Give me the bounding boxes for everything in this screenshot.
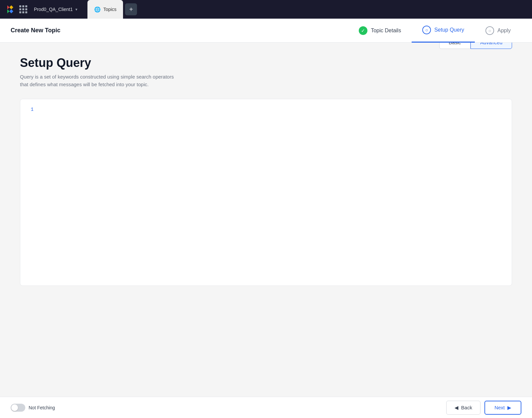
workspace-name: Prod0_QA_Client1: [34, 7, 73, 12]
line-number-1: 1: [27, 106, 34, 113]
query-type-toggle: Basic Advanced: [439, 43, 512, 49]
chevron-down-icon: ▼: [75, 8, 78, 11]
query-input[interactable]: [39, 106, 505, 279]
app-logo: [4, 3, 16, 15]
toggle-label: Not Fetching: [29, 405, 55, 410]
step-setup-query-icon: ○: [422, 26, 431, 34]
next-button[interactable]: Next ▶: [484, 401, 521, 415]
footer-buttons: ◀ Back Next ▶: [446, 401, 521, 415]
back-button-label: Back: [461, 405, 472, 410]
step-setup-query-label: Setup Query: [434, 27, 464, 33]
section-desc: Query is a set of keywords constructed u…: [20, 73, 512, 88]
advanced-mode-button[interactable]: Advanced: [470, 43, 512, 49]
globe-icon: 🌐: [94, 6, 101, 13]
apps-grid-icon[interactable]: [19, 5, 27, 13]
topics-tab[interactable]: 🌐 Topics: [87, 0, 123, 19]
main-content: Basic Advanced Setup Query Query is a se…: [0, 43, 532, 397]
add-tab-button[interactable]: +: [125, 3, 137, 15]
step-setup-query[interactable]: ○ Setup Query: [412, 19, 475, 43]
query-editor[interactable]: 1: [20, 99, 512, 286]
plus-icon: +: [129, 6, 133, 13]
topbar: Prod0_QA_Client1 ▼ 🌐 Topics +: [0, 0, 532, 19]
section-desc-line2: that defines what messages will be fetch…: [20, 82, 149, 87]
header-bar: Create New Topic ✓ Topic Details ○ Setup…: [0, 19, 532, 43]
step-apply-label: Apply: [497, 28, 511, 34]
step-topic-details-icon: ✓: [359, 26, 367, 35]
next-arrow-icon: ▶: [507, 405, 511, 411]
step-topic-details[interactable]: ✓ Topic Details: [348, 19, 412, 43]
section-title: Setup Query: [20, 56, 512, 70]
tab-area: 🌐 Topics +: [87, 0, 528, 19]
toggle-area: Not Fetching: [11, 404, 55, 412]
section-header: Setup Query Query is a set of keywords c…: [20, 56, 512, 88]
back-button[interactable]: ◀ Back: [446, 401, 480, 415]
workspace-selector[interactable]: Prod0_QA_Client1 ▼: [31, 5, 81, 14]
tab-label: Topics: [103, 7, 117, 12]
back-arrow-icon: ◀: [455, 405, 459, 411]
step-topic-details-label: Topic Details: [371, 28, 401, 34]
page-title: Create New Topic: [11, 27, 61, 34]
step-apply-icon: ○: [485, 26, 494, 35]
basic-mode-button[interactable]: Basic: [439, 43, 471, 49]
next-button-label: Next: [494, 405, 505, 410]
fetching-toggle[interactable]: [11, 404, 25, 412]
section-desc-line1: Query is a set of keywords constructed u…: [20, 74, 174, 80]
wizard-steps: ✓ Topic Details ○ Setup Query ○ Apply: [348, 19, 521, 43]
footer-bar: Not Fetching ◀ Back Next ▶: [0, 397, 532, 418]
toggle-knob: [11, 404, 18, 411]
step-apply[interactable]: ○ Apply: [475, 19, 521, 43]
line-numbers: 1: [27, 106, 34, 279]
